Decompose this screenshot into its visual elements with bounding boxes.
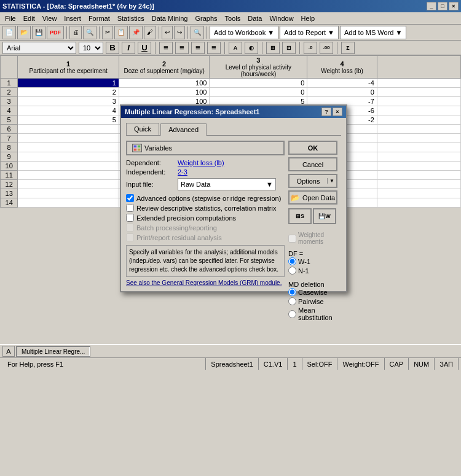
- md-mean-radio[interactable]: [288, 310, 296, 318]
- cell-2-4[interactable]: 0: [307, 88, 377, 97]
- cell-5-1[interactable]: 5: [18, 115, 119, 125]
- dialog-content: Quick Advanced: [121, 118, 346, 291]
- align-left[interactable]: ≡: [159, 42, 173, 54]
- cell-2-5[interactable]: [377, 88, 460, 97]
- cell-4-5[interactable]: [377, 106, 460, 115]
- add-to-ms-word-button[interactable]: Add to MS Word ▼: [340, 26, 406, 39]
- menu-view[interactable]: View: [39, 14, 61, 23]
- cell-1-4[interactable]: -4: [307, 79, 377, 88]
- align-justify[interactable]: ≡: [207, 42, 221, 54]
- title-bar-buttons: _ □ ×: [427, 2, 459, 10]
- menu-tools[interactable]: Tools: [221, 14, 245, 23]
- add-to-report-button[interactable]: Add to Report ▼: [280, 26, 339, 39]
- number-fmt[interactable]: .0: [304, 42, 317, 54]
- cancel-button[interactable]: Cancel: [288, 157, 337, 171]
- col-header-5[interactable]: [377, 56, 460, 79]
- dialog-close-button[interactable]: ×: [333, 107, 342, 116]
- cell-1-3[interactable]: 0: [210, 79, 307, 88]
- underline-button[interactable]: U: [138, 42, 151, 54]
- open-data-button[interactable]: 📂 Open Data: [288, 190, 337, 205]
- preview-button[interactable]: 🔍: [83, 26, 97, 39]
- col-header-1[interactable]: 1 Participant of the experiment: [18, 56, 119, 79]
- df-w1-radio[interactable]: [288, 257, 296, 265]
- menu-edit[interactable]: Edit: [20, 14, 39, 23]
- save-button[interactable]: 💾: [32, 26, 45, 39]
- see-also-link[interactable]: See also the General Regression Models (…: [126, 279, 285, 286]
- cell-1-2[interactable]: 100: [119, 79, 210, 88]
- options-button[interactable]: Options ▼: [288, 174, 337, 188]
- new-button[interactable]: 📄: [2, 26, 16, 39]
- dialog-help-button[interactable]: ?: [321, 107, 331, 116]
- tab-quick[interactable]: Quick: [126, 123, 159, 135]
- paste-button[interactable]: 📌: [129, 26, 143, 39]
- tab-advanced[interactable]: Advanced: [160, 123, 207, 136]
- md-casewise-radio[interactable]: [288, 288, 296, 296]
- cell-2-2[interactable]: 100: [119, 88, 210, 97]
- cell-3-1[interactable]: 3: [18, 97, 119, 106]
- menu-graphs[interactable]: Graphs: [191, 14, 221, 23]
- open-button[interactable]: 📂: [17, 26, 31, 39]
- col-header-2[interactable]: 2 Doze of supplement (mg/day): [119, 56, 210, 79]
- dependent-value[interactable]: Weight loss (lb): [178, 159, 224, 166]
- menu-help[interactable]: Help: [297, 14, 319, 23]
- stats-btn[interactable]: Σ: [341, 42, 355, 54]
- ok-button[interactable]: OK: [288, 141, 337, 155]
- cell-5-5[interactable]: [377, 115, 460, 125]
- menu-format[interactable]: Format: [85, 14, 114, 23]
- menu-statistics[interactable]: Statistics: [114, 14, 148, 23]
- font-color[interactable]: A: [229, 42, 242, 54]
- variables-button[interactable]: Variables: [126, 141, 285, 155]
- bg-color[interactable]: ◐: [245, 42, 258, 54]
- input-file-dropdown[interactable]: Raw Data ▼: [178, 178, 276, 190]
- align-right[interactable]: ≡: [191, 42, 205, 54]
- cut-button[interactable]: ✂: [102, 26, 113, 39]
- menu-insert[interactable]: Insert: [60, 14, 85, 23]
- checkbox-descriptive-input[interactable]: [126, 204, 134, 212]
- taskbar-regression-button[interactable]: Multiple Linear Regre...: [16, 346, 90, 357]
- print-button[interactable]: 🖨: [69, 26, 82, 39]
- independent-value[interactable]: 2-3: [178, 168, 187, 176]
- cell-1-1[interactable]: 1: [18, 79, 119, 88]
- cell-2-3[interactable]: 0: [210, 88, 307, 97]
- menu-data[interactable]: Data: [244, 14, 266, 23]
- description-text: Specify all variables for the analysis; …: [126, 245, 285, 277]
- menu-window[interactable]: Window: [266, 14, 297, 23]
- decimal-inc[interactable]: .00: [320, 42, 333, 54]
- menu-file[interactable]: File: [1, 14, 20, 23]
- merge-btn[interactable]: ⊡: [282, 42, 296, 54]
- checkbox-extended[interactable]: Extended precision computations: [126, 214, 285, 222]
- checkbox-extended-input[interactable]: [126, 214, 134, 222]
- checkbox-advanced-input[interactable]: [126, 194, 134, 202]
- border-btn[interactable]: ⊞: [266, 42, 280, 54]
- minimize-button[interactable]: _: [427, 2, 436, 10]
- row-num: 9: [1, 152, 18, 162]
- cell-3-5[interactable]: [377, 97, 460, 106]
- find-button[interactable]: 🔍: [191, 26, 204, 39]
- df-n1-radio[interactable]: [288, 267, 296, 275]
- format-painter[interactable]: 🖌: [144, 26, 156, 39]
- md-pairwise-radio[interactable]: [288, 297, 296, 305]
- bold-button[interactable]: B: [106, 42, 119, 54]
- cell-2-1[interactable]: 2: [18, 88, 119, 97]
- add-to-workbook-button[interactable]: Add to Workbook ▼: [210, 26, 278, 39]
- size-select[interactable]: 10: [79, 42, 103, 54]
- select-cases-button[interactable]: ⊞ S: [288, 208, 312, 224]
- font-select[interactable]: Arial: [2, 42, 76, 54]
- redo-button[interactable]: ↪: [174, 26, 185, 39]
- w-button[interactable]: 💾 W: [313, 208, 336, 224]
- close-button[interactable]: ×: [449, 2, 459, 10]
- undo-button[interactable]: ↩: [162, 26, 173, 39]
- cell-1-5[interactable]: [377, 79, 460, 88]
- maximize-button[interactable]: □: [438, 2, 447, 10]
- checkbox-advanced[interactable]: Advanced options (stepwise or ridge regr…: [126, 194, 285, 202]
- pdf-button[interactable]: PDF: [47, 26, 64, 39]
- options-arrow-icon[interactable]: ▼: [327, 178, 336, 184]
- menu-datamining[interactable]: Data Mining: [148, 14, 192, 23]
- cell-4-1[interactable]: 4: [18, 106, 119, 115]
- col-header-4[interactable]: 4 Weight loss (lb): [307, 56, 377, 79]
- col-header-3[interactable]: 3 Level of physical activity (hours/week…: [210, 56, 307, 79]
- align-center[interactable]: ≡: [175, 42, 189, 54]
- checkbox-descriptive[interactable]: Review descriptive statistics, correlati…: [126, 204, 285, 212]
- copy-button[interactable]: 📋: [114, 26, 128, 39]
- italic-button[interactable]: I: [122, 42, 135, 54]
